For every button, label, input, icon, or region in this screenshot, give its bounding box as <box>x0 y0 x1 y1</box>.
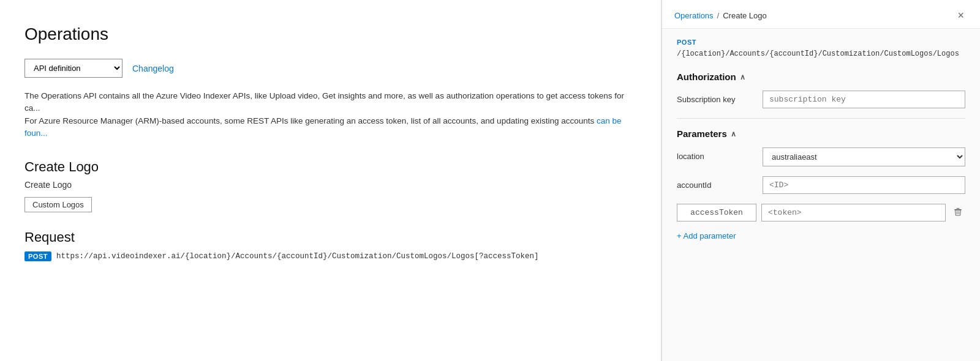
parameters-header: Parameters ∧ <box>677 128 965 139</box>
subscription-key-input[interactable] <box>763 91 965 108</box>
changelog-link[interactable]: Changelog <box>132 64 174 73</box>
access-token-row: accessToken <box>677 204 965 221</box>
toolbar: API definition Changelog <box>24 59 636 78</box>
can-be-found-link[interactable]: can be foun... <box>24 116 622 138</box>
delete-access-token-button[interactable] <box>951 204 965 221</box>
custom-logos-tag[interactable]: Custom Logos <box>24 197 92 212</box>
close-button[interactable]: × <box>954 9 968 22</box>
request-title: Request <box>24 229 636 245</box>
access-token-label-box: accessToken <box>677 204 756 221</box>
add-parameter-label[interactable]: + Add parameter <box>677 231 736 240</box>
request-section: Request POST https://api.videoindexer.ai… <box>24 229 636 261</box>
account-id-label: accountId <box>677 176 763 191</box>
svg-rect-1 <box>957 208 960 209</box>
account-id-row: accountId <box>677 176 965 194</box>
account-id-input[interactable] <box>763 176 965 194</box>
add-parameter-row[interactable]: + Add parameter <box>677 231 965 240</box>
subscription-key-label: Subscription key <box>677 91 763 105</box>
authorization-title: Authorization <box>677 72 736 82</box>
subscription-key-row: Subscription key <box>677 91 965 108</box>
post-label: POST <box>677 39 965 46</box>
breadcrumb-separator: / <box>717 11 720 20</box>
right-panel: Operations / Create Logo × POST /{locati… <box>662 0 980 361</box>
location-label: location <box>677 147 763 162</box>
divider <box>677 118 965 119</box>
location-row: location australiaeast eastus westus eas… <box>677 147 965 166</box>
trash-icon <box>953 207 963 217</box>
endpoint-path: /{location}/Accounts/{accountId}/Customi… <box>677 48 965 59</box>
breadcrumb: Operations / Create Logo <box>674 11 767 20</box>
page-title: Operations <box>24 24 636 44</box>
right-panel-body: POST /{location}/Accounts/{accountId}/Cu… <box>662 29 980 361</box>
create-logo-subtitle: Create Logo <box>24 180 636 190</box>
breadcrumb-current: Create Logo <box>723 11 767 20</box>
create-logo-title: Create Logo <box>24 159 636 175</box>
api-definition-select[interactable]: API definition <box>24 59 123 78</box>
left-panel: Operations API definition Changelog The … <box>0 0 662 361</box>
right-panel-header: Operations / Create Logo × <box>662 0 980 29</box>
parameters-title: Parameters <box>677 128 727 139</box>
description-text: The Operations API contains all the Azur… <box>24 90 625 140</box>
access-token-input[interactable] <box>761 204 946 221</box>
location-select[interactable]: australiaeast eastus westus eastasia wes… <box>763 147 965 166</box>
authorization-collapse-icon[interactable]: ∧ <box>740 73 745 81</box>
request-url: https://api.videoindexer.ai/{location}/A… <box>56 252 539 261</box>
request-url-row: POST https://api.videoindexer.ai/{locati… <box>24 251 636 261</box>
authorization-header: Authorization ∧ <box>677 72 965 82</box>
parameters-collapse-icon[interactable]: ∧ <box>731 130 736 138</box>
breadcrumb-operations-link[interactable]: Operations <box>674 11 714 20</box>
post-method-badge: POST <box>24 251 51 261</box>
